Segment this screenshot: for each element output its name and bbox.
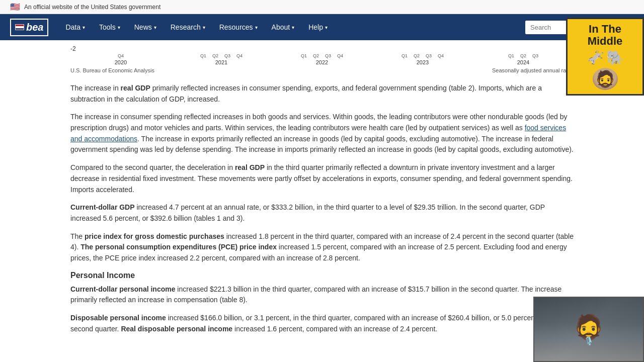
- donkey-elephant-icons: 🫏 🐘: [587, 49, 624, 66]
- resources-arrow: ▾: [255, 25, 258, 30]
- paragraph-7: Disposable personal income increased $16…: [70, 313, 574, 334]
- navbar: bea Data ▾ Tools ▾ News ▾ Research ▾ Res…: [0, 14, 644, 40]
- year-label-2020: 2020: [115, 59, 127, 65]
- news-arrow: ▾: [154, 25, 156, 30]
- video-overlay-top-right: In The Middle 🫏 🐘 🧔: [566, 18, 644, 96]
- year-label-2024: 2024: [517, 59, 529, 65]
- year-2021: Q1 Q2 Q3 Q4 2021: [171, 53, 272, 65]
- nav-research[interactable]: Research ▾: [164, 15, 212, 39]
- paragraph-6: Current-dollar personal income increased…: [70, 284, 574, 306]
- chart-footer: U.S. Bureau of Economic Analysis Seasona…: [70, 65, 574, 75]
- chart-neg2-label: -2: [70, 45, 574, 52]
- person-emoji: 🧔: [595, 69, 615, 88]
- nav-items: Data ▾ Tools ▾ News ▾ Research ▾ Resourc…: [58, 15, 525, 39]
- microphone-icon: 🎙️: [584, 336, 594, 346]
- video-title-line2: Middle: [588, 35, 623, 47]
- research-arrow: ▾: [203, 25, 205, 30]
- host-avatar: 🧔: [593, 68, 618, 90]
- gov-banner-text: An official website of the United States…: [24, 4, 160, 11]
- paragraph-1: The increase in real GDP primarily refle…: [70, 83, 574, 105]
- webcam-view: 🧔 🎙️: [534, 298, 643, 361]
- elephant-icon: 🐘: [606, 49, 624, 66]
- current-dollar-gdp-bold: Current-dollar GDP: [70, 203, 135, 211]
- about-arrow: ▾: [292, 25, 294, 30]
- bea-logo-text: bea: [26, 22, 43, 33]
- current-dollar-personal-income-bold: Current-dollar personal income: [70, 285, 175, 293]
- nav-tools[interactable]: Tools ▾: [92, 15, 127, 39]
- price-index-bold: price index for gross domestic purchases: [85, 232, 224, 240]
- video-title-line1: In The: [589, 23, 621, 35]
- video-overlay-bottom-right: 🧔 🎙️: [533, 297, 644, 362]
- paragraph-3: Compared to the second quarter, the dece…: [70, 162, 574, 195]
- real-gdp-bold-1: real GDP: [121, 84, 150, 92]
- video-person-content: 🧔 🎙️: [574, 313, 604, 346]
- help-arrow: ▾: [325, 25, 328, 30]
- gov-banner: 🇺🇸 An official website of the United Sta…: [0, 0, 644, 14]
- donkey-icon: 🫏: [587, 49, 604, 66]
- year-2024: Q1 Q2 Q3 2024: [473, 53, 574, 65]
- nav-help[interactable]: Help ▾: [301, 15, 335, 39]
- nav-news[interactable]: News ▾: [127, 15, 164, 39]
- bea-logo-flag: [15, 24, 24, 30]
- data-arrow: ▾: [83, 25, 85, 30]
- year-label-2021: 2021: [215, 59, 227, 65]
- pce-bold: The personal consumption expenditures (P…: [80, 243, 277, 251]
- food-services-link[interactable]: food services and accommodations: [70, 124, 566, 143]
- bea-logo-box: bea: [10, 19, 48, 36]
- nav-data[interactable]: Data ▾: [58, 15, 92, 39]
- paragraph-2: The increase in consumer spending reflec…: [70, 112, 574, 155]
- chart-area: -2 Q4 2020 Q1 Q2 Q3 Q4 2021 Q1 Q2 Q3 Q4: [0, 40, 644, 78]
- real-disposable-bold: Real disposable personal income: [121, 325, 232, 333]
- tools-arrow: ▾: [118, 25, 120, 30]
- flag-icon: 🇺🇸: [10, 2, 20, 12]
- year-label-2022: 2022: [316, 59, 328, 65]
- nav-about[interactable]: About ▾: [265, 15, 302, 39]
- bea-logo[interactable]: bea: [10, 19, 48, 36]
- year-2020: Q4 2020: [70, 53, 171, 65]
- real-gdp-bold-2: real GDP: [235, 163, 265, 171]
- disposable-personal-income-bold: Disposable personal income: [70, 314, 166, 322]
- chart-note: Seasonally adjusted annual rates: [492, 67, 574, 73]
- year-2023: Q1 Q2 Q3 Q4 2023: [372, 53, 473, 65]
- paragraph-4: Current-dollar GDP increased 4.7 percent…: [70, 202, 574, 224]
- year-label-2023: 2023: [417, 59, 429, 65]
- chart-quarters: Q4 2020 Q1 Q2 Q3 Q4 2021 Q1 Q2 Q3 Q4 202…: [70, 53, 574, 65]
- paragraph-5: The price index for gross domestic purch…: [70, 231, 574, 264]
- nav-resources[interactable]: Resources ▾: [212, 15, 265, 39]
- personal-income-heading: Personal Income: [70, 271, 574, 280]
- year-2022: Q1 Q2 Q3 Q4 2022: [272, 53, 372, 65]
- chart-source: U.S. Bureau of Economic Analysis: [70, 67, 154, 73]
